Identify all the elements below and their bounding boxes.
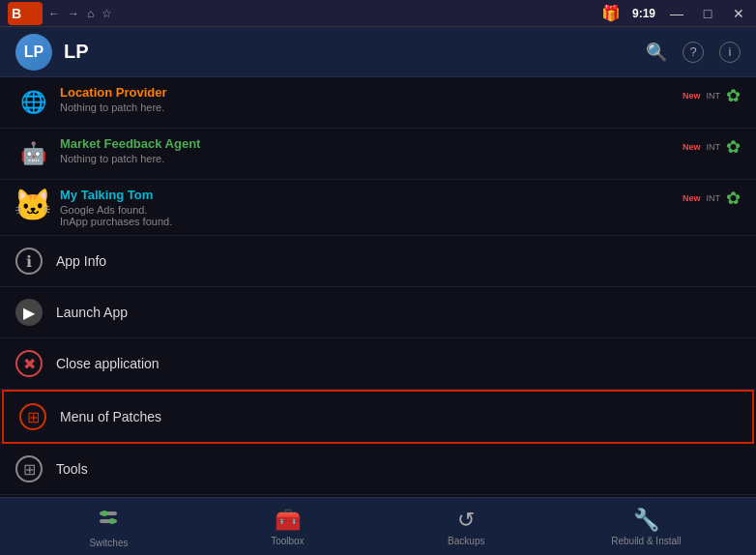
tom-badge-new: New: [683, 193, 701, 203]
backups-nav-icon: ↺: [457, 508, 475, 533]
rebuild-nav-label: Rebuild & Install: [611, 536, 681, 546]
menu-item-launch[interactable]: ▶ Launch App: [0, 287, 756, 338]
location-badge-new: New: [683, 91, 701, 101]
location-app-icon: 🌐: [15, 85, 50, 120]
info-icon[interactable]: i: [719, 42, 741, 63]
gift-icon[interactable]: 🎁: [601, 4, 621, 22]
bottom-nav-rebuild[interactable]: 🔧 Rebuild & Install: [611, 508, 681, 546]
market-badge-new: New: [683, 142, 701, 152]
bottom-nav: Switches 🧰 Toolbox ↺ Backups 🔧 Rebuild &…: [0, 497, 756, 555]
patches-menu-icon: ⊞: [19, 403, 46, 430]
svg-point-5: [109, 518, 115, 524]
menu-item-patches[interactable]: ⊞ Menu of Patches: [2, 390, 754, 444]
list-item-market[interactable]: 🤖 Market Feedback Agent Nothing to patch…: [0, 129, 756, 180]
menu-item-tools[interactable]: ⊞ Tools: [0, 444, 756, 495]
maximize-button[interactable]: □: [698, 4, 717, 23]
title-bar: B ← → ⌂ ☆ 🎁 9:19 — □ ✕: [0, 0, 756, 27]
market-app-info: Market Feedback Agent Nothing to patch h…: [60, 136, 200, 164]
menu-label-launch: Launch App: [56, 305, 128, 320]
toolbox-nav-icon: 🧰: [275, 508, 301, 533]
menu-item-appinfo[interactable]: ℹ App Info: [0, 236, 756, 287]
title-bar-left: B ← → ⌂ ☆: [8, 2, 112, 25]
app-item-left: 🌐 Location Provider Nothing to patch her…: [15, 85, 167, 120]
nav-forward[interactable]: →: [68, 7, 79, 20]
switches-nav-label: Switches: [89, 538, 128, 548]
app-header: LP LP 🔍 ? i: [0, 27, 756, 77]
market-app-badges: New INT ✿: [683, 136, 741, 158]
location-app-status: Nothing to patch here.: [60, 102, 167, 113]
app-item-left: 🤖 Market Feedback Agent Nothing to patch…: [15, 136, 200, 171]
menu-label-tools: Tools: [56, 461, 88, 477]
title-bar-nav: ← → ⌂ ☆: [48, 7, 112, 20]
market-app-status: Nothing to patch here.: [60, 153, 200, 164]
bottom-nav-switches[interactable]: Switches: [74, 506, 142, 548]
tom-badge-int: INT: [707, 193, 721, 203]
nav-back[interactable]: ←: [48, 7, 60, 20]
switches-nav-icon: [97, 506, 120, 535]
tom-app-info: My Talking Tom Google Ads found.InApp pu…: [60, 188, 172, 227]
app-logo: B: [8, 2, 43, 25]
nav-home[interactable]: ⌂: [87, 7, 94, 20]
time-display: 9:19: [632, 7, 655, 20]
menu-label-patches: Menu of Patches: [60, 409, 161, 424]
market-app-name: Market Feedback Agent: [60, 136, 200, 151]
backups-nav-label: Backups: [448, 536, 484, 546]
list-item-location[interactable]: 🌐 Location Provider Nothing to patch her…: [0, 77, 756, 129]
info-menu-icon: ℹ: [15, 248, 43, 275]
launch-menu-icon: ▶: [15, 299, 43, 326]
bottom-nav-toolbox[interactable]: 🧰 Toolbox: [253, 508, 321, 546]
location-badge-int: INT: [707, 91, 721, 101]
nav-bookmark[interactable]: ☆: [102, 7, 112, 20]
close-button[interactable]: ✕: [729, 4, 748, 23]
toolbox-nav-label: Toolbox: [271, 536, 304, 546]
location-app-name: Location Provider: [60, 85, 167, 100]
svg-text:B: B: [12, 6, 21, 21]
menu-label-appinfo: App Info: [56, 253, 106, 269]
tom-app-badges: New INT ✿: [683, 188, 741, 209]
market-badge-int: INT: [707, 142, 721, 152]
app-header-right: 🔍 ? i: [646, 42, 741, 63]
tom-app-name: My Talking Tom: [60, 188, 172, 202]
app-avatar: LP: [15, 34, 52, 71]
menu-item-close[interactable]: ✖ Close application: [0, 338, 756, 390]
rebuild-nav-icon: 🔧: [633, 508, 659, 533]
location-app-info: Location Provider Nothing to patch here.: [60, 85, 167, 113]
tools-menu-icon: ⊞: [15, 455, 43, 482]
minimize-button[interactable]: —: [667, 4, 686, 23]
app-item-left: 🐱 My Talking Tom Google Ads found.InApp …: [15, 188, 172, 227]
menu-label-close: Close application: [56, 356, 160, 371]
svg-point-3: [102, 511, 107, 516]
main-content: 🌐 Location Provider Nothing to patch her…: [0, 77, 756, 497]
app-header-left: LP LP: [15, 34, 89, 71]
help-icon[interactable]: ?: [683, 42, 704, 63]
market-app-icon: 🤖: [15, 136, 50, 171]
tom-app-icon: 🐱: [15, 188, 50, 222]
tom-app-status: Google Ads found.InApp purchases found.: [60, 204, 172, 227]
location-app-badges: New INT ✿: [683, 85, 741, 106]
bottom-nav-backups[interactable]: ↺ Backups: [432, 508, 500, 546]
app-title: LP: [64, 41, 89, 63]
list-item-tom[interactable]: 🐱 My Talking Tom Google Ads found.InApp …: [0, 180, 756, 236]
close-app-menu-icon: ✖: [15, 350, 43, 377]
search-icon[interactable]: 🔍: [646, 42, 667, 63]
